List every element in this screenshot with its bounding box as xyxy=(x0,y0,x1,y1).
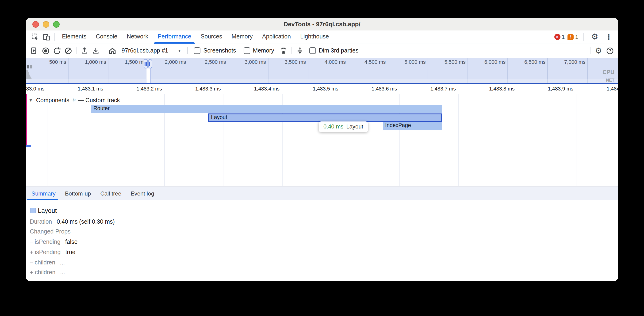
download-icon xyxy=(92,47,100,54)
help-icon: ? xyxy=(606,47,614,55)
performance-toolbar: 97r6ql.csb.app #1 ▼ Screenshots Memory xyxy=(26,44,618,57)
flame-bar-indexpage[interactable]: IndexPage xyxy=(383,122,442,130)
timeline-ruler: 1,483.0 ms1,483.1 ms1,483.2 ms1,483.3 ms… xyxy=(26,84,618,94)
summary-row-value: ... xyxy=(60,259,65,266)
dim-3rd-parties-checkbox[interactable]: Dim 3rd parties xyxy=(309,47,358,54)
selection-handle-right[interactable] xyxy=(148,59,152,68)
scroll-dash-bottom xyxy=(26,145,31,147)
overview-tick: 7,000 ms xyxy=(564,59,588,64)
issues-badge[interactable]: ! 1 xyxy=(568,33,578,40)
summary-row-label: + isPending xyxy=(30,249,60,256)
kebab-menu-icon: ⋮ xyxy=(605,33,612,40)
flame-tooltip: 0.40 ms Layout xyxy=(319,121,368,132)
flame-bar-router[interactable]: Router xyxy=(91,105,442,113)
macos-titlebar: DevTools - 97r6ql.csb.app/ xyxy=(26,17,618,31)
toggle-device-toolbar-button[interactable] xyxy=(41,31,52,42)
tab-network[interactable]: Network xyxy=(122,30,153,44)
collapse-arrows-icon xyxy=(296,47,304,54)
devtools-menu-button[interactable]: ⋮ xyxy=(603,31,614,42)
flame-chart-area[interactable]: ▼ Components ⚛ — Custom track RouterLayo… xyxy=(26,84,618,187)
svg-text:?: ? xyxy=(608,48,611,53)
tab-memory[interactable]: Memory xyxy=(227,30,258,44)
reload-icon xyxy=(53,47,61,55)
ruler-tick: 1,483.8 ms xyxy=(489,86,517,91)
tab-summary[interactable]: Summary xyxy=(27,187,60,200)
tab-call-tree[interactable]: Call tree xyxy=(96,187,126,200)
inspect-element-button[interactable] xyxy=(30,31,41,42)
ruler-tick: 1,483.5 ms xyxy=(313,86,341,91)
overview-tick: 6,500 ms xyxy=(524,59,548,64)
chevron-down-icon: ▼ xyxy=(178,48,182,53)
tab-elements[interactable]: Elements xyxy=(57,30,91,44)
clear-button[interactable] xyxy=(62,45,74,56)
ruler-tick: 1,483.7 ms xyxy=(430,86,458,91)
tab-lighthouse[interactable]: Lighthouse xyxy=(296,30,334,44)
ruler-tick: 1,483.0 ms xyxy=(26,86,47,91)
tab-console[interactable]: Console xyxy=(91,30,122,44)
summary-row-label: – isPending xyxy=(30,239,60,245)
screenshot-strip-fragment xyxy=(27,64,29,68)
selection-window[interactable] xyxy=(146,68,150,83)
selection-handle-left[interactable] xyxy=(144,59,148,68)
tab-performance[interactable]: Performance xyxy=(153,30,196,44)
flame-gridline xyxy=(400,84,400,186)
summary-row-label: Changed Props xyxy=(30,229,71,235)
overview-tick: 2,500 ms xyxy=(205,59,228,64)
selection-handles xyxy=(144,59,152,68)
screenshots-label: Screenshots xyxy=(204,47,236,54)
home-icon xyxy=(108,47,116,55)
timeline-overview[interactable]: 500 ms1,000 ms1,500 ms2,000 ms2,500 ms3,… xyxy=(26,57,618,83)
summary-row: Changed Props xyxy=(30,227,614,238)
tab-sources[interactable]: Sources xyxy=(196,30,227,44)
screenshots-checkbox[interactable]: Screenshots xyxy=(194,47,236,54)
save-profile-button[interactable] xyxy=(90,45,102,56)
divider xyxy=(584,33,584,40)
flame-gridline xyxy=(341,84,341,186)
components-track-header[interactable]: ▼ Components ⚛ — Custom track xyxy=(29,97,120,104)
help-button[interactable]: ? xyxy=(604,45,615,56)
memory-checkbox[interactable]: Memory xyxy=(244,47,274,54)
devtools-tab-bar: ElementsConsoleNetworkPerformanceSources… xyxy=(26,30,618,44)
minimize-window-button[interactable] xyxy=(43,21,49,28)
flame-gridline xyxy=(282,84,282,186)
capture-settings-button[interactable]: ⚙ xyxy=(593,45,604,56)
flame-gridline xyxy=(458,84,458,186)
record-and-reload-button[interactable] xyxy=(51,45,62,56)
collapse-triangle-icon: ▼ xyxy=(29,98,33,102)
summary-rows: Duration0.40 ms (self 0.30 ms)Changed Pr… xyxy=(30,217,614,278)
divider xyxy=(54,33,55,40)
tab-application[interactable]: Application xyxy=(258,30,296,44)
flame-gridline xyxy=(576,84,576,186)
target-selector[interactable]: 97r6ql.csb.app #1 ▼ xyxy=(118,47,185,54)
flame-bar-layout[interactable]: Layout xyxy=(208,113,442,122)
divider xyxy=(188,47,188,54)
summary-panel: Layout Duration0.40 ms (self 0.30 ms)Cha… xyxy=(26,200,618,281)
load-profile-button[interactable] xyxy=(79,45,90,56)
summary-row-value: ... xyxy=(60,269,65,276)
close-window-button[interactable] xyxy=(32,21,39,28)
toggle-sidebar-button[interactable] xyxy=(29,45,40,56)
live-metrics-button[interactable] xyxy=(106,45,118,56)
zoom-window-button[interactable] xyxy=(53,21,60,28)
issues-icon: ! xyxy=(568,34,574,40)
overview-tick: 6,000 ms xyxy=(484,59,508,64)
upload-icon xyxy=(81,47,88,54)
overview-tick: 2,000 ms xyxy=(165,59,188,64)
panel-tabs: ElementsConsoleNetworkPerformanceSources… xyxy=(57,30,334,44)
summary-row: + isPendingtrue xyxy=(30,248,614,258)
error-badge[interactable]: ✕ 1 xyxy=(554,33,565,40)
collect-garbage-button[interactable] xyxy=(278,45,289,56)
summary-row-value: true xyxy=(65,249,75,256)
overview-net-label: NET xyxy=(606,78,614,82)
tab-event-log[interactable]: Event log xyxy=(126,187,159,200)
summary-row-label: + children xyxy=(30,269,56,276)
devtools-window: DevTools - 97r6ql.csb.app/ xyxy=(26,17,618,281)
checkbox-icon xyxy=(194,47,201,54)
devtools-settings-button[interactable]: ⚙ xyxy=(589,31,600,42)
overview-tick: 5,000 ms xyxy=(404,59,428,64)
window-title: DevTools - 97r6ql.csb.app/ xyxy=(26,17,618,30)
tab-bottom-up[interactable]: Bottom-up xyxy=(60,187,96,200)
collapse-flame-button[interactable] xyxy=(294,45,306,56)
record-button[interactable] xyxy=(40,45,51,56)
ruler-tick: 1,483.3 ms xyxy=(195,86,223,91)
